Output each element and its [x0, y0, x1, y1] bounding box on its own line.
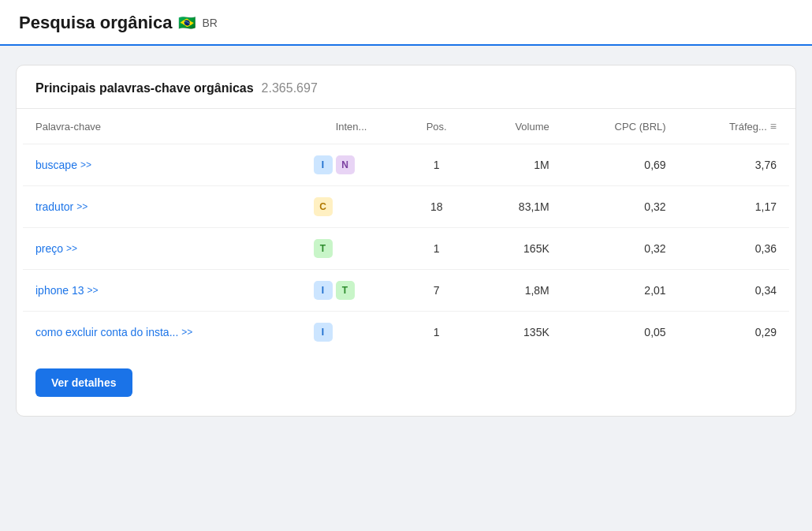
view-details-button[interactable]: Ver detalhes — [35, 368, 132, 397]
cpc-cell: 2,01 — [562, 270, 679, 312]
brazil-flag-icon: 🇧🇷 — [178, 14, 196, 32]
keyword-link[interactable]: buscape >> — [35, 159, 289, 171]
card-header: Principais palavras-chave orgânicas 2.36… — [17, 65, 795, 109]
cpc-cell: 0,32 — [562, 186, 679, 228]
table-row: iphone 13 >>IT71,8M2,010,34 — [23, 270, 789, 312]
col-intent: Inten... — [301, 109, 402, 144]
volume-cell: 83,1M — [471, 186, 562, 228]
card-count: 2.365.697 — [262, 81, 318, 95]
keyword-text: tradutor — [35, 200, 73, 213]
cpc-cell: 0,69 — [562, 144, 679, 186]
volume-cell: 1,8M — [471, 270, 562, 312]
pos-cell: 18 — [402, 186, 471, 228]
keyword-link[interactable]: tradutor >> — [35, 200, 289, 213]
table-wrap: Palavra-chave Inten... Pos. Volume CPC (… — [17, 109, 795, 353]
col-cpc: CPC (BRL) — [562, 109, 679, 144]
col-traffic: Tráfeg... ≡ — [679, 109, 789, 144]
keyword-cell: preço >> — [23, 228, 301, 270]
traffic-cell: 0,34 — [679, 270, 789, 312]
keyword-chevron-icon: >> — [181, 327, 192, 338]
table-header-row: Palavra-chave Inten... Pos. Volume CPC (… — [23, 109, 789, 144]
page-header: Pesquisa orgânica 🇧🇷 BR — [0, 0, 812, 46]
volume-cell: 135K — [471, 312, 562, 353]
pos-cell: 1 — [402, 144, 471, 186]
card-title: Principais palavras-chave orgânicas — [35, 81, 254, 95]
volume-cell: 1M — [471, 144, 562, 186]
keyword-chevron-icon: >> — [76, 201, 88, 212]
badge-N-icon: N — [336, 155, 355, 174]
keyword-text: iphone 13 — [35, 284, 84, 297]
keyword-link[interactable]: como excluir conta do insta... >> — [35, 326, 289, 338]
keyword-chevron-icon: >> — [88, 285, 99, 296]
badge-I-icon: I — [314, 281, 333, 300]
col-pos: Pos. — [402, 109, 471, 144]
keyword-cell: buscape >> — [23, 144, 301, 186]
traffic-cell: 1,17 — [679, 186, 789, 228]
keyword-text: buscape — [35, 159, 77, 171]
keyword-link[interactable]: iphone 13 >> — [35, 284, 289, 297]
keyword-text: preço — [35, 242, 63, 255]
keyword-cell: iphone 13 >> — [23, 270, 301, 312]
table-row: como excluir conta do insta... >>I1135K0… — [23, 312, 789, 353]
keyword-chevron-icon: >> — [80, 159, 91, 170]
keywords-table: Palavra-chave Inten... Pos. Volume CPC (… — [23, 109, 789, 353]
pos-cell: 1 — [402, 312, 471, 353]
traffic-cell: 0,36 — [679, 228, 789, 270]
traffic-cell: 0,29 — [679, 312, 789, 353]
keyword-text: como excluir conta do insta... — [35, 326, 178, 338]
keyword-cell: tradutor >> — [23, 186, 301, 228]
badge-I-icon: I — [314, 323, 333, 342]
keywords-card: Principais palavras-chave orgânicas 2.36… — [16, 65, 796, 417]
keyword-link[interactable]: preço >> — [35, 242, 289, 255]
keyword-chevron-icon: >> — [66, 243, 77, 254]
pos-cell: 1 — [402, 228, 471, 270]
filter-icon[interactable]: ≡ — [770, 120, 777, 133]
page-title: Pesquisa orgânica — [19, 13, 172, 33]
badge-C-icon: C — [314, 197, 333, 216]
cpc-cell: 0,05 — [562, 312, 679, 353]
intent-cell: C — [301, 186, 402, 228]
intent-cell: T — [301, 228, 402, 270]
keyword-cell: como excluir conta do insta... >> — [23, 312, 301, 353]
card-footer: Ver detalhes — [17, 353, 795, 416]
badge-T-icon: T — [336, 281, 355, 300]
traffic-cell: 3,76 — [679, 144, 789, 186]
col-volume: Volume — [471, 109, 562, 144]
intent-cell: IT — [301, 270, 402, 312]
country-code: BR — [202, 17, 217, 29]
table-row: buscape >>IN11M0,693,76 — [23, 144, 789, 186]
cpc-cell: 0,32 — [562, 228, 679, 270]
main-content: Principais palavras-chave orgânicas 2.36… — [0, 46, 812, 436]
intent-cell: I — [301, 312, 402, 353]
table-row: preço >>T1165K0,320,36 — [23, 228, 789, 270]
col-keyword: Palavra-chave — [23, 109, 301, 144]
pos-cell: 7 — [402, 270, 471, 312]
table-row: tradutor >>C1883,1M0,321,17 — [23, 186, 789, 228]
badge-T-icon: T — [314, 239, 333, 258]
badge-I-icon: I — [314, 155, 333, 174]
intent-cell: IN — [301, 144, 402, 186]
volume-cell: 165K — [471, 228, 562, 270]
